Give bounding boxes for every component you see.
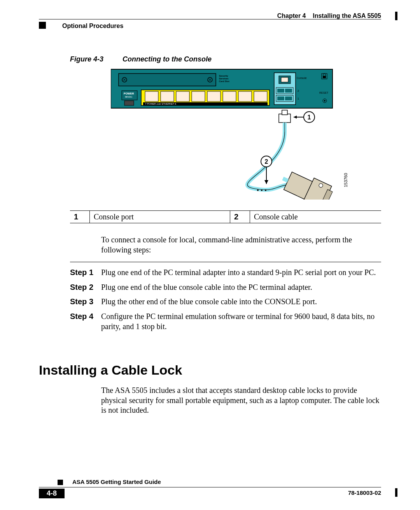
content: Figure 4-3 Connecting to the Console Sec…: [39, 55, 381, 415]
legend-text-2: Console cable: [250, 211, 382, 223]
step-text: Plug one end of the PC terminal adapter …: [101, 268, 381, 278]
step-label: Step 4: [70, 312, 101, 331]
page: Chapter 4 Installing the ASA 5505 Option…: [0, 0, 420, 510]
svg-text:7 POWER over ETHERNET 6: 7 POWER over ETHERNET 6: [145, 103, 177, 105]
svg-text:1: 1: [298, 97, 299, 100]
svg-text:153760: 153760: [343, 173, 348, 188]
footer-rule: [39, 487, 381, 487]
section-body: The ASA 5505 includes a slot that accept…: [101, 386, 381, 415]
step-label: Step 2: [70, 282, 101, 293]
svg-text:Security: Security: [219, 75, 228, 77]
svg-rect-41: [323, 76, 326, 78]
svg-text:1: 1: [308, 114, 311, 121]
step-row: Step 1 Plug one end of the PC terminal a…: [70, 268, 381, 278]
chapter-name: Installing the ASA 5505: [313, 12, 381, 19]
figure-title: Connecting to the Console: [122, 55, 212, 63]
header-left-block: [39, 22, 46, 29]
svg-point-44: [324, 100, 326, 102]
svg-rect-13: [161, 91, 174, 102]
step-row: Step 3 Plug the other end of the blue co…: [70, 297, 381, 307]
svg-rect-22: [238, 91, 252, 102]
step-row: Step 2 Plug one end of the blue console …: [70, 282, 381, 293]
figure-number: Figure 4-3: [70, 55, 121, 63]
svg-rect-16: [192, 91, 205, 102]
svg-rect-12: [145, 91, 158, 102]
legend-num-2: 2: [230, 211, 250, 223]
footer-right-bar: [395, 488, 397, 497]
svg-rect-24: [254, 91, 267, 102]
legend-num-1: 1: [70, 211, 90, 223]
step-text: Plug one end of the blue console cable i…: [101, 282, 381, 293]
running-header: Chapter 4 Installing the ASA 5505 Option…: [39, 12, 381, 28]
svg-rect-45: [279, 114, 290, 123]
svg-rect-1: [119, 74, 216, 86]
page-number: 4-8: [39, 489, 65, 498]
section-name: Optional Procedures: [62, 23, 123, 30]
svg-text:RESET: RESET: [319, 91, 329, 94]
step-label: Step 1: [70, 268, 101, 278]
svg-rect-37: [285, 96, 292, 100]
svg-marker-60: [264, 180, 268, 184]
svg-rect-20: [223, 91, 236, 102]
step-row: Step 4 Configure the PC terminal emulati…: [70, 312, 381, 331]
svg-rect-36: [277, 96, 284, 100]
svg-text:Services: Services: [219, 77, 229, 80]
svg-text:Console: Console: [297, 77, 307, 79]
svg-text:Card Slot: Card Slot: [219, 80, 229, 82]
section-heading: Installing a Cable Lock: [39, 363, 381, 378]
footer-square-icon: [58, 480, 63, 485]
svg-rect-18: [207, 91, 220, 102]
guide-title: ASA 5505 Getting Started Guide: [72, 478, 161, 485]
svg-point-47: [257, 189, 259, 191]
svg-text:POWER: POWER: [124, 92, 134, 95]
step-rule: [70, 262, 381, 262]
svg-point-49: [265, 189, 266, 191]
table-row: 1 Console port 2 Console cable: [70, 211, 381, 223]
figure-legend-table: 1 Console port 2 Console cable: [70, 210, 381, 223]
chapter-title: Chapter 4 Installing the ASA 5505: [277, 12, 381, 19]
doc-number: 78-18003-02: [348, 489, 381, 496]
legend-text-1: Console port: [90, 211, 230, 223]
svg-rect-34: [277, 89, 284, 93]
step-text: Plug the other end of the blue console c…: [101, 297, 381, 307]
step-label: Step 3: [70, 297, 101, 307]
intro-paragraph: To connect a console for local, command-…: [101, 235, 381, 255]
svg-text:48VDC: 48VDC: [125, 96, 133, 98]
svg-text:2: 2: [298, 89, 299, 92]
steps-list: Step 1 Plug one end of the PC terminal a…: [70, 268, 381, 331]
figure-caption: Figure 4-3 Connecting to the Console: [70, 55, 381, 63]
step-text: Configure the PC terminal emulation soft…: [101, 312, 381, 331]
svg-rect-35: [285, 89, 292, 93]
svg-marker-56: [294, 116, 297, 119]
svg-rect-10: [124, 101, 134, 105]
svg-rect-30: [281, 77, 288, 82]
svg-rect-14: [176, 91, 189, 102]
figure-graphic: Security Services Card Slot POWER 48VDC …: [111, 67, 348, 200]
svg-rect-46: [282, 110, 287, 115]
header-right-bar: [395, 12, 397, 20]
chapter-label: Chapter 4: [277, 12, 306, 19]
svg-text:2: 2: [265, 158, 268, 165]
svg-point-48: [261, 189, 262, 191]
